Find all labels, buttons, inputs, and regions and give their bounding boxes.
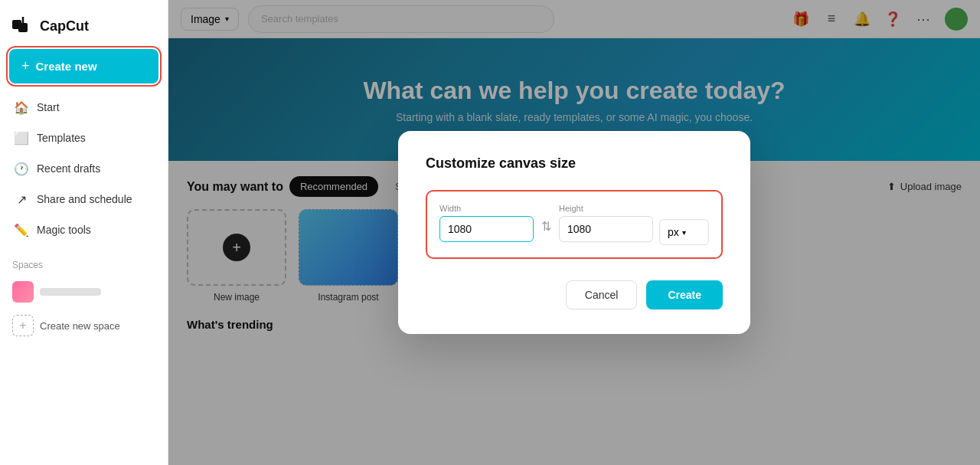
sidebar-item-share-and-schedule[interactable]: ↗ Share and schedule xyxy=(6,185,162,214)
sidebar-item-start[interactable]: 🏠 Start xyxy=(6,93,162,122)
plus-icon: + xyxy=(21,58,30,74)
create-new-space-button[interactable]: + Create new space xyxy=(12,310,155,341)
create-space-label: Create new space xyxy=(40,320,120,332)
width-input-group: Width xyxy=(439,204,534,242)
logo-text: CapCut xyxy=(40,18,89,34)
svg-rect-1 xyxy=(18,23,28,32)
sidebar-item-recent-label: Recent drafts xyxy=(37,162,100,175)
capcut-logo-icon xyxy=(12,17,34,35)
add-space-icon: + xyxy=(12,315,34,336)
width-input[interactable] xyxy=(439,216,534,242)
modal-actions: Cancel Create xyxy=(426,280,723,309)
link-dimensions-icon[interactable]: ⇅ xyxy=(540,219,553,234)
sidebar-item-start-label: Start xyxy=(37,101,60,113)
height-label: Height xyxy=(559,204,653,213)
sidebar-item-recent-drafts[interactable]: 🕐 Recent drafts xyxy=(6,154,162,183)
canvas-size-inputs: Width ⇅ Height px ▾ xyxy=(426,190,723,259)
sidebar-item-magic-tools[interactable]: ✏️ Magic tools xyxy=(6,215,162,244)
width-label: Width xyxy=(439,204,534,213)
unit-value: px xyxy=(668,226,679,238)
spaces-label: Spaces xyxy=(12,260,155,270)
templates-icon: ⬜ xyxy=(14,130,29,146)
sidebar-item-magic-label: Magic tools xyxy=(37,224,91,236)
sidebar: CapCut + Create new 🏠 Start ⬜ Templates … xyxy=(0,0,168,465)
space-name xyxy=(40,288,101,296)
sidebar-nav: 🏠 Start ⬜ Templates 🕐 Recent drafts ↗ Sh… xyxy=(0,93,168,244)
spaces-section: Spaces + Create new space xyxy=(0,260,168,341)
clock-icon: 🕐 xyxy=(14,161,29,176)
logo: CapCut xyxy=(0,9,168,49)
share-icon: ↗ xyxy=(14,192,29,207)
customize-canvas-modal: Customize canvas size Width ⇅ Height px … xyxy=(398,131,750,334)
height-input[interactable] xyxy=(559,216,653,242)
height-input-group: Height xyxy=(559,204,653,242)
main-content: Image ▾ Search templates 🎁 ≡ 🔔 ❓ ⋯ What … xyxy=(168,0,980,465)
modal-title: Customize canvas size xyxy=(426,156,723,172)
unit-dropdown[interactable]: px ▾ xyxy=(659,219,709,245)
unit-chevron-icon: ▾ xyxy=(682,228,686,237)
space-color-icon xyxy=(12,281,34,303)
sidebar-item-templates[interactable]: ⬜ Templates xyxy=(6,123,162,152)
create-new-button[interactable]: + Create new xyxy=(9,49,158,84)
sidebar-item-templates-label: Templates xyxy=(37,132,86,144)
modal-overlay: Customize canvas size Width ⇅ Height px … xyxy=(168,0,980,465)
magic-icon: ✏️ xyxy=(14,222,29,237)
create-button[interactable]: Create xyxy=(646,280,723,309)
sidebar-item-share-label: Share and schedule xyxy=(37,193,132,205)
home-icon: 🏠 xyxy=(14,100,29,115)
cancel-button[interactable]: Cancel xyxy=(566,280,638,309)
create-new-label: Create new xyxy=(36,60,97,73)
space-item[interactable] xyxy=(12,277,155,307)
